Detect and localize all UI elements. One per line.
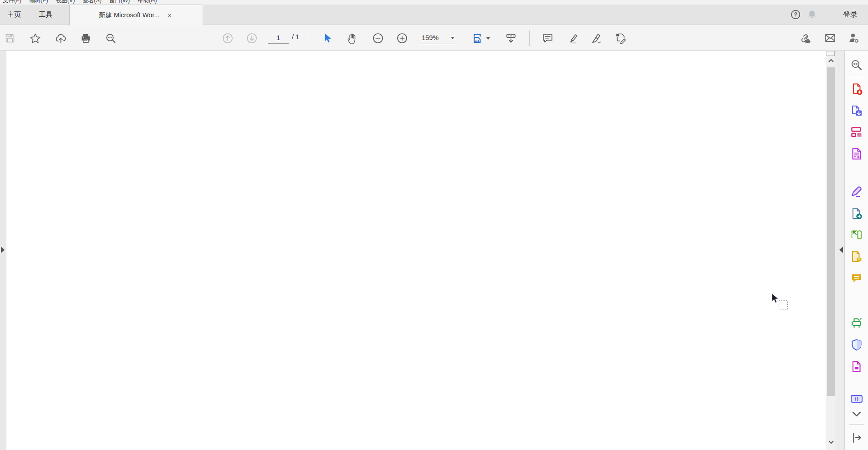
menu-bar: 文件(F) 编辑(E) 视图(V) 签名(S) 窗口(W) 帮助(H) xyxy=(0,0,868,5)
page-number-field xyxy=(268,32,289,44)
menu-window[interactable]: 窗口(W) xyxy=(109,0,130,4)
mouse-cursor xyxy=(771,293,795,312)
hand-tool-icon[interactable] xyxy=(343,29,360,47)
menu-help[interactable]: 帮助(H) xyxy=(138,0,157,4)
highlight-icon[interactable] xyxy=(564,29,581,47)
javascript-tool-icon[interactable]: {} xyxy=(850,392,863,405)
menu-sign[interactable]: 签名(S) xyxy=(82,0,102,4)
comment-icon[interactable] xyxy=(539,29,556,47)
toolbar-separator xyxy=(309,30,309,46)
fill-sign-icon[interactable] xyxy=(588,29,605,47)
send-signature-icon[interactable] xyxy=(846,29,862,47)
redact-icon[interactable] xyxy=(850,360,863,373)
page-down-icon[interactable] xyxy=(244,29,260,47)
sidebar-divider xyxy=(849,78,864,78)
zoom-out-icon[interactable] xyxy=(370,29,386,47)
edit-pdf-icon[interactable] xyxy=(850,126,863,138)
compress-pages-icon[interactable] xyxy=(850,228,863,241)
scroll-down-icon[interactable] xyxy=(828,440,834,445)
cloud-upload-icon[interactable] xyxy=(52,29,69,47)
scrollbar-top-box xyxy=(827,51,835,56)
file-comment-icon[interactable] xyxy=(850,250,863,263)
tools-pane-strip xyxy=(836,51,844,450)
zoom-in-icon[interactable] xyxy=(394,29,410,47)
menu-view[interactable]: 视图(V) xyxy=(56,0,75,4)
vertical-scrollbar[interactable] xyxy=(826,51,836,450)
acrobat-window: 文件(F) 编辑(E) 视图(V) 签名(S) 窗口(W) 帮助(H) 主页 工… xyxy=(0,0,868,450)
prepare-form-icon[interactable] xyxy=(850,147,863,160)
chevron-down-icon xyxy=(451,37,454,39)
send-for-review-icon[interactable] xyxy=(850,207,863,220)
page-number-input[interactable] xyxy=(268,32,289,44)
open-tools-pane-icon[interactable] xyxy=(850,431,863,444)
scrolling-mode-icon[interactable] xyxy=(503,29,519,47)
navigation-pane-strip xyxy=(0,51,6,450)
fit-width-icon[interactable] xyxy=(469,29,485,47)
comment-bubble-icon[interactable] xyxy=(850,272,863,284)
export-pdf-icon[interactable] xyxy=(850,105,863,117)
document-area: {} xyxy=(0,51,868,450)
sidebar-divider xyxy=(849,424,864,425)
protect-shield-icon[interactable] xyxy=(850,339,863,351)
sign-document-icon[interactable] xyxy=(613,29,629,47)
tools-sidebar: {} xyxy=(844,51,868,450)
js-badge-glyph: {} xyxy=(855,396,858,401)
menu-edit[interactable]: 编辑(E) xyxy=(29,0,48,4)
menu-file[interactable]: 文件(F) xyxy=(3,0,21,4)
zoom-level-value: 159% xyxy=(419,34,451,41)
help-icon[interactable]: ? xyxy=(791,10,801,20)
chevron-down-icon[interactable] xyxy=(486,37,490,40)
notifications-bell-icon[interactable] xyxy=(807,9,817,20)
email-icon[interactable] xyxy=(822,29,838,47)
more-tools-chevron-icon[interactable] xyxy=(850,410,863,418)
page-up-icon[interactable] xyxy=(220,29,236,47)
document-tab-title: 新建 Microsoft Wor... xyxy=(99,11,159,20)
star-favorite-icon[interactable] xyxy=(27,29,43,47)
main-toolbar: / 1 159% xyxy=(0,25,868,51)
document-tab[interactable]: 新建 Microsoft Wor... × xyxy=(69,5,203,25)
scan-ocr-icon[interactable] xyxy=(850,317,863,329)
page-count-label: / 1 xyxy=(292,33,299,40)
select-tool-icon[interactable] xyxy=(319,29,335,47)
find-icon[interactable] xyxy=(102,29,119,47)
toolbar-separator xyxy=(529,30,530,46)
collapse-tools-pane-icon[interactable] xyxy=(839,247,843,253)
tab-tools[interactable]: 工具 xyxy=(31,5,60,25)
create-pdf-icon[interactable] xyxy=(850,83,863,96)
sign-in-link[interactable]: 登录 xyxy=(843,10,858,20)
pdf-page[interactable] xyxy=(6,51,826,450)
share-link-icon[interactable] xyxy=(797,29,813,47)
scrollbar-thumb[interactable] xyxy=(827,67,835,396)
save-icon[interactable] xyxy=(2,29,18,47)
fill-sign-pen-icon[interactable] xyxy=(850,186,863,198)
open-nav-pane-icon[interactable] xyxy=(1,247,5,253)
zoom-level-dropdown[interactable]: 159% xyxy=(419,32,456,44)
close-tab-icon[interactable]: × xyxy=(166,11,174,20)
scroll-up-icon[interactable] xyxy=(828,58,834,63)
svg-text:?: ? xyxy=(794,11,797,18)
tab-home[interactable]: 主页 xyxy=(0,5,28,25)
marquee-zoom-icon[interactable] xyxy=(850,59,863,71)
print-icon[interactable] xyxy=(77,29,94,47)
tab-bar: 主页 工具 新建 Microsoft Wor... × ? 登录 xyxy=(0,5,868,25)
